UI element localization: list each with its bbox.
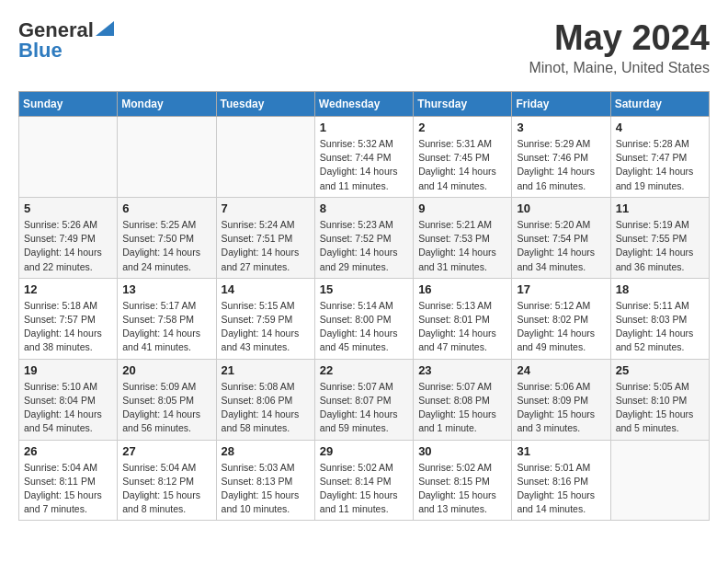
- day-cell: 31Sunrise: 5:01 AMSunset: 8:16 PMDayligh…: [512, 440, 610, 521]
- day-cell: 23Sunrise: 5:07 AMSunset: 8:08 PMDayligh…: [414, 359, 512, 440]
- day-info: Sunrise: 5:13 AMSunset: 8:01 PMDaylight:…: [418, 299, 506, 355]
- week-row-3: 12Sunrise: 5:18 AMSunset: 7:57 PMDayligh…: [19, 278, 710, 359]
- weekday-header-sunday: Sunday: [19, 92, 118, 117]
- day-info: Sunrise: 5:24 AMSunset: 7:51 PMDaylight:…: [222, 218, 310, 274]
- day-cell: 19Sunrise: 5:10 AMSunset: 8:04 PMDayligh…: [19, 359, 118, 440]
- day-cell: 18Sunrise: 5:11 AMSunset: 8:03 PMDayligh…: [610, 278, 709, 359]
- day-cell: 7Sunrise: 5:24 AMSunset: 7:51 PMDaylight…: [216, 197, 314, 278]
- weekday-header-saturday: Saturday: [610, 92, 709, 117]
- day-number: 3: [517, 121, 605, 134]
- weekday-header-monday: Monday: [118, 92, 216, 117]
- day-info: Sunrise: 5:25 AMSunset: 7:50 PMDaylight:…: [122, 218, 210, 274]
- day-number: 24: [517, 363, 605, 377]
- day-cell: 4Sunrise: 5:28 AMSunset: 7:47 PMDaylight…: [610, 117, 709, 198]
- day-info: Sunrise: 5:09 AMSunset: 8:05 PMDaylight:…: [122, 380, 210, 436]
- day-number: 11: [616, 201, 704, 215]
- day-number: 6: [122, 201, 210, 215]
- day-number: 29: [320, 444, 408, 458]
- svg-marker-0: [96, 21, 114, 36]
- week-row-1: 1Sunrise: 5:32 AMSunset: 7:44 PMDaylight…: [19, 117, 710, 198]
- logo-icon: [96, 21, 114, 36]
- day-cell: 28Sunrise: 5:03 AMSunset: 8:13 PMDayligh…: [216, 440, 314, 521]
- day-number: 25: [616, 363, 704, 377]
- day-info: Sunrise: 5:23 AMSunset: 7:52 PMDaylight:…: [320, 218, 408, 274]
- logo-blue: Blue: [18, 39, 63, 63]
- day-info: Sunrise: 5:01 AMSunset: 8:16 PMDaylight:…: [517, 461, 605, 517]
- day-cell: 5Sunrise: 5:26 AMSunset: 7:49 PMDaylight…: [19, 197, 118, 278]
- day-cell: 20Sunrise: 5:09 AMSunset: 8:05 PMDayligh…: [118, 359, 216, 440]
- day-number: 1: [320, 121, 408, 134]
- subtitle: Minot, Maine, United States: [529, 60, 710, 76]
- weekday-header-tuesday: Tuesday: [216, 92, 314, 117]
- day-cell: [216, 117, 314, 198]
- day-number: 12: [24, 282, 112, 296]
- day-info: Sunrise: 5:15 AMSunset: 7:59 PMDaylight:…: [222, 299, 310, 355]
- day-number: 9: [418, 201, 506, 215]
- page-header: General Blue May 2024 Minot, Maine, Unit…: [18, 18, 710, 76]
- title-block: May 2024 Minot, Maine, United States: [529, 18, 710, 76]
- day-cell: 26Sunrise: 5:04 AMSunset: 8:11 PMDayligh…: [19, 440, 118, 521]
- weekday-header-thursday: Thursday: [414, 92, 512, 117]
- day-info: Sunrise: 5:31 AMSunset: 7:45 PMDaylight:…: [418, 137, 506, 193]
- day-cell: 11Sunrise: 5:19 AMSunset: 7:55 PMDayligh…: [610, 197, 709, 278]
- day-number: 16: [418, 282, 506, 296]
- day-cell: 6Sunrise: 5:25 AMSunset: 7:50 PMDaylight…: [118, 197, 216, 278]
- day-number: 18: [616, 282, 704, 296]
- day-cell: 29Sunrise: 5:02 AMSunset: 8:14 PMDayligh…: [314, 440, 413, 521]
- day-cell: [118, 117, 216, 198]
- day-number: 26: [24, 444, 112, 458]
- day-cell: 8Sunrise: 5:23 AMSunset: 7:52 PMDaylight…: [314, 197, 413, 278]
- day-info: Sunrise: 5:04 AMSunset: 8:11 PMDaylight:…: [24, 461, 112, 517]
- day-info: Sunrise: 5:32 AMSunset: 7:44 PMDaylight:…: [320, 137, 408, 193]
- day-info: Sunrise: 5:03 AMSunset: 8:13 PMDaylight:…: [222, 461, 310, 517]
- week-row-4: 19Sunrise: 5:10 AMSunset: 8:04 PMDayligh…: [19, 359, 710, 440]
- day-cell: 16Sunrise: 5:13 AMSunset: 8:01 PMDayligh…: [414, 278, 512, 359]
- day-cell: 27Sunrise: 5:04 AMSunset: 8:12 PMDayligh…: [118, 440, 216, 521]
- day-number: 22: [320, 363, 408, 377]
- day-cell: 22Sunrise: 5:07 AMSunset: 8:07 PMDayligh…: [314, 359, 413, 440]
- day-info: Sunrise: 5:11 AMSunset: 8:03 PMDaylight:…: [616, 299, 704, 355]
- calendar-table: SundayMondayTuesdayWednesdayThursdayFrid…: [18, 91, 710, 521]
- day-cell: 25Sunrise: 5:05 AMSunset: 8:10 PMDayligh…: [610, 359, 709, 440]
- day-info: Sunrise: 5:14 AMSunset: 8:00 PMDaylight:…: [320, 299, 408, 355]
- day-number: 8: [320, 201, 408, 215]
- day-cell: 9Sunrise: 5:21 AMSunset: 7:53 PMDaylight…: [414, 197, 512, 278]
- day-info: Sunrise: 5:05 AMSunset: 8:10 PMDaylight:…: [616, 380, 704, 436]
- day-cell: 14Sunrise: 5:15 AMSunset: 7:59 PMDayligh…: [216, 278, 314, 359]
- day-info: Sunrise: 5:10 AMSunset: 8:04 PMDaylight:…: [24, 380, 112, 436]
- day-info: Sunrise: 5:29 AMSunset: 7:46 PMDaylight:…: [517, 137, 605, 193]
- day-number: 28: [222, 444, 310, 458]
- day-info: Sunrise: 5:07 AMSunset: 8:08 PMDaylight:…: [418, 380, 506, 436]
- day-number: 30: [418, 444, 506, 458]
- day-info: Sunrise: 5:08 AMSunset: 8:06 PMDaylight:…: [222, 380, 310, 436]
- day-info: Sunrise: 5:07 AMSunset: 8:07 PMDaylight:…: [320, 380, 408, 436]
- week-row-5: 26Sunrise: 5:04 AMSunset: 8:11 PMDayligh…: [19, 440, 710, 521]
- day-info: Sunrise: 5:17 AMSunset: 7:58 PMDaylight:…: [122, 299, 210, 355]
- day-cell: 2Sunrise: 5:31 AMSunset: 7:45 PMDaylight…: [414, 117, 512, 198]
- weekday-header-friday: Friday: [512, 92, 610, 117]
- day-number: 7: [222, 201, 310, 215]
- day-info: Sunrise: 5:19 AMSunset: 7:55 PMDaylight:…: [616, 218, 704, 274]
- day-cell: 24Sunrise: 5:06 AMSunset: 8:09 PMDayligh…: [512, 359, 610, 440]
- day-number: 5: [24, 201, 112, 215]
- day-cell: 17Sunrise: 5:12 AMSunset: 8:02 PMDayligh…: [512, 278, 610, 359]
- day-number: 10: [517, 201, 605, 215]
- day-info: Sunrise: 5:04 AMSunset: 8:12 PMDaylight:…: [122, 461, 210, 517]
- day-info: Sunrise: 5:06 AMSunset: 8:09 PMDaylight:…: [517, 380, 605, 436]
- day-number: 17: [517, 282, 605, 296]
- day-number: 21: [222, 363, 310, 377]
- day-info: Sunrise: 5:26 AMSunset: 7:49 PMDaylight:…: [24, 218, 112, 274]
- logo: General Blue: [18, 18, 114, 63]
- day-cell: 10Sunrise: 5:20 AMSunset: 7:54 PMDayligh…: [512, 197, 610, 278]
- day-info: Sunrise: 5:20 AMSunset: 7:54 PMDaylight:…: [517, 218, 605, 274]
- day-number: 31: [517, 444, 605, 458]
- day-number: 13: [122, 282, 210, 296]
- day-info: Sunrise: 5:28 AMSunset: 7:47 PMDaylight:…: [616, 137, 704, 193]
- day-number: 20: [122, 363, 210, 377]
- main-title: May 2024: [529, 18, 710, 58]
- day-number: 4: [616, 121, 704, 134]
- day-info: Sunrise: 5:02 AMSunset: 8:14 PMDaylight:…: [320, 461, 408, 517]
- day-number: 2: [418, 121, 506, 134]
- day-cell: 3Sunrise: 5:29 AMSunset: 7:46 PMDaylight…: [512, 117, 610, 198]
- day-number: 15: [320, 282, 408, 296]
